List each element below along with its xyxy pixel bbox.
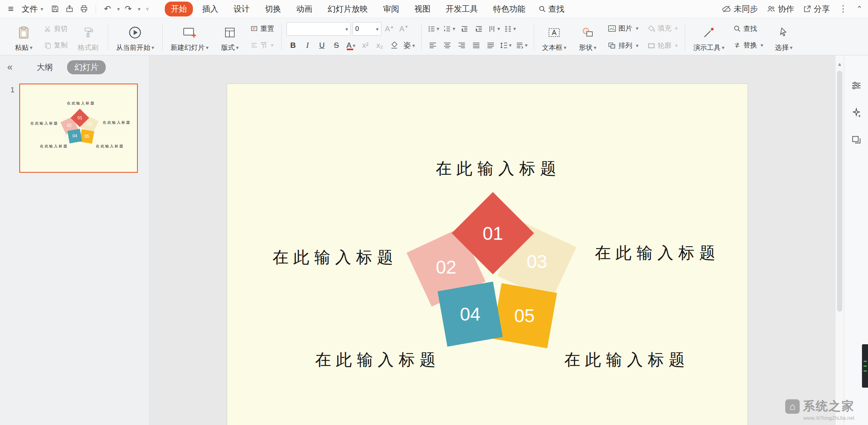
- clear-format-button[interactable]: [388, 39, 401, 52]
- columns-button[interactable]: ▾: [503, 22, 517, 35]
- tab-animation[interactable]: 动画: [290, 2, 318, 16]
- format-painter-button[interactable]: 格式刷: [73, 20, 103, 53]
- reset-button[interactable]: 重置: [248, 23, 276, 35]
- object-layers-button[interactable]: [850, 133, 863, 147]
- slide-title-top[interactable]: 在此输入标题: [378, 157, 619, 180]
- paste-button[interactable]: 粘贴▾: [9, 20, 39, 53]
- fill-button[interactable]: 填充 ▾: [645, 22, 680, 34]
- tab-outline[interactable]: 大纲: [33, 60, 57, 74]
- menubar-find-button[interactable]: 查找: [534, 2, 568, 16]
- align-center-button[interactable]: [441, 39, 454, 52]
- tab-home[interactable]: 开始: [165, 2, 193, 16]
- decrease-font-button[interactable]: A▼: [397, 22, 410, 35]
- main-menu-icon[interactable]: ≡: [6, 3, 16, 14]
- paragraph-settings-button[interactable]: ▾: [514, 39, 529, 52]
- numbering-icon: [443, 25, 451, 33]
- save-button[interactable]: [49, 3, 61, 15]
- text-direction-button[interactable]: ▾: [487, 22, 502, 35]
- scroll-up-icon[interactable]: ▲: [835, 61, 844, 67]
- outline-button[interactable]: 轮廓 ▾: [645, 40, 680, 51]
- undo-caret[interactable]: ▾: [117, 6, 120, 12]
- redo-button[interactable]: ↷: [122, 3, 134, 15]
- play-circle-icon: [128, 22, 142, 43]
- line-spacing-button[interactable]: ▾: [499, 39, 513, 52]
- tab-special-features[interactable]: 特色功能: [487, 2, 531, 16]
- align-right-button[interactable]: [455, 39, 468, 52]
- tab-insert[interactable]: 插入: [196, 2, 224, 16]
- play-from-current-button[interactable]: 从当前开始▾: [113, 20, 158, 53]
- find-button[interactable]: 查找: [731, 23, 766, 35]
- select-button[interactable]: 选择▾: [769, 20, 798, 53]
- decrease-indent-button[interactable]: [458, 22, 471, 35]
- sync-status-button[interactable]: 未同步: [722, 4, 758, 14]
- slide-canvas[interactable]: 在此输入标题 在此输入标题 在此输入标题 在此输入标题 在此输入标题 03 02…: [149, 55, 835, 425]
- demo-tools-button[interactable]: 演示工具▾: [690, 20, 728, 53]
- watermark: ⌂ 系统之家 www.XiTongZhiJia.net: [785, 398, 854, 421]
- collapse-ribbon-icon[interactable]: ⌃: [856, 4, 862, 13]
- text-box-button[interactable]: 文本框▾: [539, 20, 570, 53]
- slide-editor[interactable]: 在此输入标题 在此输入标题 在此输入标题 在此输入标题 在此输入标题 03 02…: [227, 84, 747, 425]
- collaborate-button[interactable]: 协作: [767, 4, 794, 14]
- justify-button[interactable]: [470, 39, 483, 52]
- slide-thumbnail[interactable]: 在此输入标题 在此输入标题 在此输入标题 在此输入标题 在此输入标题 03 02…: [19, 84, 138, 173]
- customize-toolbar-caret[interactable]: ▿: [146, 6, 149, 12]
- export-button[interactable]: [63, 3, 76, 15]
- increase-font-button[interactable]: A▲: [383, 22, 396, 35]
- text-effect-button[interactable]: 姿▾: [402, 39, 416, 52]
- scrollbar-thumb[interactable]: [837, 71, 842, 312]
- thumb-title-bottom-left: 在此输入标题: [40, 144, 67, 149]
- arrange-button[interactable]: 排列 ▾: [606, 40, 641, 51]
- smart-beautify-button[interactable]: [850, 106, 863, 120]
- slide-title-bottom-right[interactable]: 在此输入标题: [564, 349, 685, 371]
- tab-transition[interactable]: 切换: [259, 2, 287, 16]
- laser-pointer-icon: [702, 22, 716, 43]
- numbering-button[interactable]: ▾: [442, 22, 457, 35]
- vertical-scrollbar[interactable]: ▲: [835, 55, 844, 425]
- sync-status-label: 未同步: [734, 4, 758, 14]
- diamond-05[interactable]: 05: [492, 283, 557, 348]
- tab-developer[interactable]: 开发工具: [440, 2, 484, 16]
- share-button[interactable]: 分享: [803, 4, 830, 14]
- redo-caret[interactable]: ▾: [138, 6, 141, 12]
- tab-slideshow[interactable]: 幻灯片放映: [321, 2, 374, 16]
- section-button[interactable]: 节 ▾: [248, 39, 276, 51]
- tab-design[interactable]: 设计: [227, 2, 256, 16]
- properties-panel-button[interactable]: [850, 79, 863, 92]
- print-button[interactable]: [78, 3, 90, 15]
- italic-button[interactable]: I: [301, 39, 314, 52]
- tab-slides[interactable]: 幻灯片: [67, 60, 106, 74]
- undo-button[interactable]: ↶: [102, 3, 114, 15]
- bold-button[interactable]: B: [287, 39, 299, 52]
- subscript-button[interactable]: x₂: [373, 39, 386, 52]
- copy-button[interactable]: 复制: [42, 39, 70, 51]
- strikethrough-button[interactable]: S: [330, 39, 343, 52]
- superscript-button[interactable]: x²: [359, 39, 372, 52]
- more-menu-icon[interactable]: ⋮: [839, 4, 848, 14]
- watermark-name: 系统之家: [803, 398, 854, 415]
- slide-title-bottom-left[interactable]: 在此输入标题: [315, 349, 436, 371]
- increase-indent-button[interactable]: [473, 22, 485, 35]
- new-slide-button[interactable]: 新建幻灯片▾: [168, 20, 212, 53]
- file-menu[interactable]: 文件 ▾: [18, 2, 47, 16]
- shapes-button[interactable]: 形状▾: [573, 20, 602, 53]
- align-left-button[interactable]: [426, 39, 439, 52]
- bullets-button[interactable]: ▾: [426, 22, 441, 35]
- underline-button[interactable]: U: [315, 39, 328, 52]
- slide-title-left[interactable]: 在此输入标题: [272, 246, 393, 268]
- layout-button[interactable]: 版式▾: [215, 20, 245, 53]
- font-size-combobox[interactable]: 0 ▾: [352, 22, 381, 36]
- slide-title-right[interactable]: 在此输入标题: [595, 242, 715, 264]
- font-name-combobox[interactable]: ▾: [287, 22, 351, 36]
- tab-view[interactable]: 视图: [408, 2, 436, 16]
- diamond-04[interactable]: 04: [438, 282, 503, 347]
- edge-scroll-indicator[interactable]: [862, 344, 868, 388]
- distribute-button[interactable]: [484, 39, 497, 52]
- font-color-button[interactable]: A▾: [344, 39, 357, 52]
- picture-button[interactable]: 图片 ▾: [606, 22, 641, 34]
- diamond-01[interactable]: 01: [452, 192, 534, 274]
- line-spacing-caret: ▾: [509, 42, 512, 48]
- collapse-sidebar-icon[interactable]: «: [7, 61, 12, 73]
- cut-button[interactable]: 剪切: [42, 23, 70, 35]
- tab-review[interactable]: 审阅: [377, 2, 405, 16]
- replace-button[interactable]: 替换 ▾: [731, 39, 766, 51]
